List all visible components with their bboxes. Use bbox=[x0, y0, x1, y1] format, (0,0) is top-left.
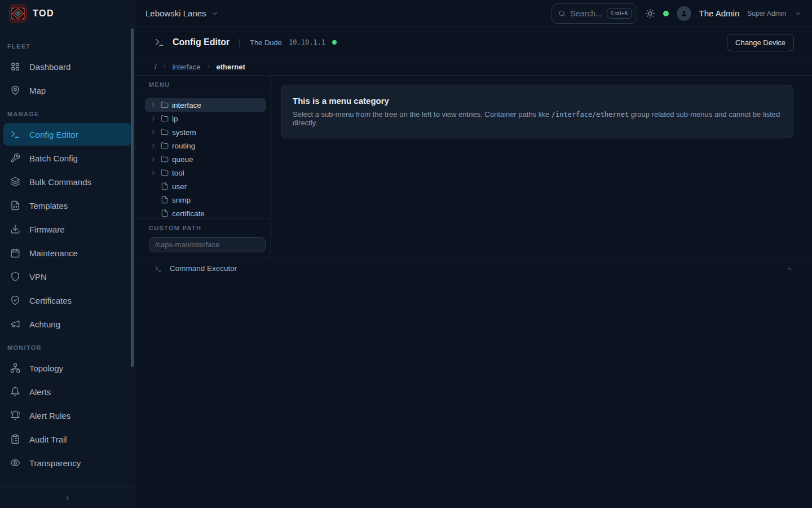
chevron-left-icon bbox=[64, 494, 72, 502]
folder-icon bbox=[161, 155, 169, 163]
eye-icon bbox=[10, 458, 20, 468]
user-role: Super Admin bbox=[747, 10, 786, 17]
breadcrumb-item: ethernet bbox=[217, 63, 245, 71]
sidebar-item-label: Config Editor bbox=[29, 130, 78, 139]
chevron-up-icon[interactable] bbox=[786, 265, 793, 272]
workspace: MENU interfaceipsystemroutingqueuetoolus… bbox=[135, 76, 812, 257]
sidebar-item-alerts[interactable]: Alerts bbox=[3, 380, 131, 403]
menu-category-card: This is a menu category Select a sub-men… bbox=[281, 85, 793, 138]
card-description: Select a sub-menu from the tree on the l… bbox=[293, 110, 782, 127]
chevron-right-icon[interactable] bbox=[149, 102, 157, 108]
search-icon bbox=[558, 10, 566, 17]
tree-node-label: certificate bbox=[172, 209, 205, 218]
sidebar-item-topology[interactable]: Topology bbox=[3, 357, 131, 379]
connection-status-dot bbox=[663, 11, 669, 16]
sidebar-item-label: Maintenance bbox=[29, 248, 78, 258]
shield-icon bbox=[10, 271, 20, 282]
terminal-icon bbox=[155, 37, 165, 47]
sidebar-scrollbar[interactable] bbox=[131, 28, 134, 367]
tree-node-ip[interactable]: ip bbox=[145, 112, 266, 125]
menu-panel: MENU interfaceipsystemroutingqueuetoolus… bbox=[135, 76, 271, 257]
sidebar-item-config-editor[interactable]: Config Editor bbox=[3, 123, 131, 146]
terminal-icon bbox=[10, 129, 20, 139]
sidebar-item-alert-rules[interactable]: Alert Rules bbox=[3, 404, 131, 427]
menu-panel-title: MENU bbox=[135, 76, 270, 93]
tree-node-routing[interactable]: routing bbox=[145, 139, 266, 152]
download-icon bbox=[10, 224, 20, 234]
tree-node-label: snmp bbox=[172, 196, 191, 204]
chevron-right-icon bbox=[205, 63, 212, 70]
sidebar-item-maintenance[interactable]: Maintenance bbox=[3, 242, 131, 264]
command-executor-bar[interactable]: Command Executor bbox=[135, 257, 812, 279]
tree-node-label: user bbox=[172, 182, 187, 191]
chevron-right-icon[interactable] bbox=[149, 115, 157, 122]
tree-node-queue[interactable]: queue bbox=[145, 152, 266, 166]
sidebar-item-certificates[interactable]: Certificates bbox=[3, 289, 131, 312]
page-header: Config Editor | The Dude 10.10.1.1 Chang… bbox=[135, 27, 812, 58]
tree-node-tool[interactable]: tool bbox=[145, 166, 266, 179]
sidebar-item-achtung[interactable]: Achtung bbox=[3, 313, 131, 335]
tree-node-system[interactable]: system bbox=[145, 125, 266, 139]
sidebar-item-audit-trail[interactable]: Audit Trail bbox=[3, 428, 131, 450]
tree-node-label: ip bbox=[172, 115, 178, 123]
sidebar-item-map[interactable]: Map bbox=[3, 79, 131, 102]
tree-node-snmp[interactable]: snmp bbox=[145, 193, 266, 207]
chevron-right-icon[interactable] bbox=[149, 129, 157, 135]
folder-icon bbox=[161, 101, 169, 109]
sidebar-item-templates[interactable]: Templates bbox=[3, 194, 131, 217]
custom-path-input[interactable] bbox=[149, 237, 266, 252]
sidebar-collapse-button[interactable] bbox=[0, 487, 135, 508]
tree-node-label: system bbox=[172, 128, 196, 137]
sidebar-item-label: Map bbox=[29, 86, 46, 95]
sidebar-item-batch-config[interactable]: Batch Config bbox=[3, 147, 131, 169]
dashboard-icon bbox=[10, 62, 20, 72]
card-title: This is a menu category bbox=[293, 96, 782, 106]
folder-icon bbox=[161, 169, 169, 177]
sidebar-item-firmware[interactable]: Firmware bbox=[3, 218, 131, 240]
megaphone-icon bbox=[10, 319, 20, 329]
avatar[interactable] bbox=[677, 6, 691, 21]
chevron-right-icon[interactable] bbox=[149, 169, 157, 176]
sidebar-item-dashboard[interactable]: Dashboard bbox=[3, 55, 131, 78]
tree-node-label: routing bbox=[172, 142, 195, 150]
sidebar-item-bulk-commands[interactable]: Bulk Commands bbox=[3, 170, 131, 193]
global-search[interactable]: Search... Cmd+K bbox=[551, 3, 637, 24]
map-pin-icon bbox=[10, 85, 20, 95]
sidebar-item-label: Audit Trail bbox=[29, 435, 67, 444]
empty-space bbox=[135, 279, 812, 508]
brand-header: TOD bbox=[0, 0, 135, 27]
breadcrumb-item[interactable]: / bbox=[155, 63, 157, 71]
tree-node-interface[interactable]: interface bbox=[145, 98, 266, 112]
menu-tree: interfaceipsystemroutingqueuetoolusersnm… bbox=[135, 93, 270, 218]
search-placeholder: Search... bbox=[571, 9, 603, 18]
sidebar-item-label: Bulk Commands bbox=[29, 177, 91, 187]
change-device-button[interactable]: Change Device bbox=[727, 34, 794, 51]
sun-icon[interactable] bbox=[645, 8, 655, 19]
custom-path-label: CUSTOM PATH bbox=[135, 219, 270, 236]
layers-icon bbox=[10, 177, 20, 187]
bell-icon bbox=[10, 387, 20, 397]
chevron-right-icon[interactable] bbox=[149, 156, 157, 163]
chevron-right-icon[interactable] bbox=[149, 142, 157, 149]
sidebar-item-label: Alert Rules bbox=[29, 411, 70, 421]
org-selector[interactable]: Lebowski Lanes bbox=[145, 8, 219, 18]
sidebar-item-transparency[interactable]: Transparency bbox=[3, 452, 131, 474]
device-name: The Dude bbox=[250, 38, 282, 47]
brand-name: TOD bbox=[33, 8, 54, 19]
file-code-icon bbox=[10, 200, 20, 211]
breadcrumb-item[interactable]: interface bbox=[173, 63, 201, 71]
tree-node-user[interactable]: user bbox=[145, 179, 266, 193]
shield-check-icon bbox=[10, 295, 20, 305]
sidebar-item-label: Firmware bbox=[29, 225, 65, 234]
user-menu-chevron-icon[interactable] bbox=[794, 10, 802, 17]
tree-node-certificate[interactable]: certificate bbox=[145, 207, 266, 218]
chevron-right-icon bbox=[161, 63, 168, 70]
sidebar-item-label: Achtung bbox=[29, 319, 60, 329]
page-title: Config Editor bbox=[173, 37, 230, 47]
sidebar-item-label: Topology bbox=[29, 364, 63, 373]
sidebar-item-label: Transparency bbox=[29, 458, 81, 468]
sidebar-item-vpn[interactable]: VPN bbox=[3, 265, 131, 288]
tree-node-label: interface bbox=[172, 101, 201, 110]
user-name: The Admin bbox=[699, 8, 740, 18]
detail-area: This is a menu category Select a sub-men… bbox=[271, 76, 812, 257]
